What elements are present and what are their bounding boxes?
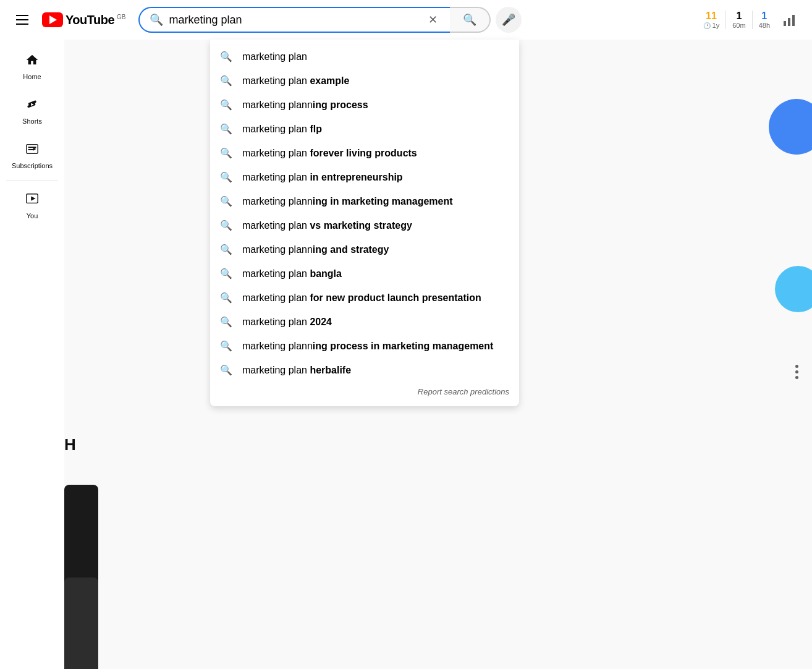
notif-label-1y: 🕐 1y [703, 22, 720, 29]
notif-count-white: 1 [736, 11, 742, 22]
sidebar-item-subscriptions[interactable]: Subscriptions [0, 134, 64, 178]
suggestion-item[interactable]: 🔍marketing planning process in marketing… [210, 334, 519, 358]
suggestion-text: marketing plan bangla [242, 268, 342, 279]
suggestion-search-icon: 🔍 [220, 268, 232, 279]
youtube-logo-icon [42, 12, 63, 27]
suggestion-text: marketing plan vs marketing strategy [242, 220, 412, 231]
suggestions-list: 🔍marketing plan🔍marketing plan example🔍m… [210, 45, 519, 382]
you-icon [25, 192, 39, 208]
suggestion-text: marketing plan example [242, 75, 349, 87]
avatar-partial-top-right [769, 99, 812, 155]
clear-search-button[interactable]: ✕ [426, 11, 440, 29]
suggestion-text: marketing plan flp [242, 124, 322, 135]
avatar-partial-mid-right [775, 266, 812, 312]
section-title: H [64, 435, 76, 454]
suggestion-search-icon: 🔍 [220, 219, 232, 231]
suggestion-text: marketing planning in marketing manageme… [242, 196, 453, 207]
report-search-link[interactable]: Report search predictions [210, 382, 519, 401]
suggestion-search-icon: 🔍 [220, 340, 232, 352]
notif-label-60m: 60m [732, 22, 745, 29]
thumbnail-dark-2 [64, 577, 98, 669]
notif-item-60m[interactable]: 1 60m [727, 8, 750, 32]
suggestion-item[interactable]: 🔍marketing plan 2024 [210, 310, 519, 334]
suggestion-text: marketing plan for new product launch pr… [242, 292, 481, 304]
suggestion-search-icon: 🔍 [220, 316, 232, 328]
suggestion-search-icon: 🔍 [220, 195, 232, 207]
suggestion-item[interactable]: 🔍marketing planning in marketing managem… [210, 189, 519, 213]
sidebar: Home Shorts Subscriptions Yo [0, 40, 64, 669]
svg-rect-0 [784, 21, 786, 26]
notif-divider [725, 11, 726, 29]
subscriptions-icon [25, 142, 39, 158]
suggestion-item[interactable]: 🔍marketing plan forever living products [210, 141, 519, 165]
notification-cluster: 11 🕐 1y 1 60m 1 48h [698, 8, 775, 32]
chart-icon-button[interactable] [777, 7, 802, 32]
suggestion-item[interactable]: 🔍marketing plan bangla [210, 262, 519, 286]
voice-search-button[interactable]: 🎤 [496, 7, 522, 33]
suggestion-item[interactable]: 🔍marketing plan example [210, 69, 519, 93]
notif-count-yellow: 11 [706, 11, 717, 22]
suggestion-search-icon: 🔍 [220, 123, 232, 135]
suggestion-text: marketing plan 2024 [242, 317, 332, 328]
notif-label-48h: 48h [759, 22, 770, 29]
search-submit-icon: 🔍 [463, 13, 476, 27]
suggestion-text: marketing planning process [242, 100, 368, 111]
more-options-button[interactable] [795, 365, 798, 379]
sidebar-item-you[interactable]: You [0, 184, 64, 228]
dot-2 [795, 370, 798, 373]
suggestion-search-icon: 🔍 [220, 147, 232, 159]
search-icon: 🔍 [150, 13, 163, 27]
suggestion-search-icon: 🔍 [220, 171, 232, 183]
notif-divider-2 [752, 11, 753, 29]
suggestion-search-icon: 🔍 [220, 292, 232, 304]
suggestion-search-icon: 🔍 [220, 99, 232, 111]
suggestion-search-icon: 🔍 [220, 51, 232, 62]
svg-rect-5 [28, 149, 34, 150]
search-container: 🔍 ✕ 🔍 🎤 [138, 7, 522, 33]
sidebar-label-you: You [27, 212, 38, 219]
suggestion-item[interactable]: 🔍marketing plan herbalife [210, 358, 519, 382]
mic-icon: 🎤 [502, 13, 515, 27]
suggestion-item[interactable]: 🔍marketing planning and strategy [210, 237, 519, 262]
sidebar-label-subscriptions: Subscriptions [12, 162, 53, 169]
notif-item-1y[interactable]: 11 🕐 1y [698, 8, 725, 32]
logo-country: GB [117, 14, 125, 20]
header: YouTube GB 🔍 ✕ 🔍 🎤 11 🕐 1y 1 60m [0, 0, 812, 40]
logo-text: YouTube [66, 13, 114, 27]
sidebar-item-shorts[interactable]: Shorts [0, 89, 64, 134]
suggestion-text: marketing plan herbalife [242, 365, 351, 376]
search-suggestions: 🔍marketing plan🔍marketing plan example🔍m… [210, 40, 519, 406]
suggestion-item[interactable]: 🔍marketing plan vs marketing strategy [210, 213, 519, 237]
suggestion-text: marketing plan in entrepreneurship [242, 172, 403, 183]
search-submit-button[interactable]: 🔍 [450, 7, 491, 33]
search-input[interactable] [169, 14, 420, 27]
suggestion-search-icon: 🔍 [220, 244, 232, 255]
search-bar: 🔍 ✕ [138, 7, 450, 33]
suggestion-item[interactable]: 🔍marketing plan in entrepreneurship [210, 165, 519, 189]
header-right: 11 🕐 1y 1 60m 1 48h [698, 7, 802, 32]
suggestion-search-icon: 🔍 [220, 75, 232, 87]
chart-icon [782, 12, 797, 27]
shorts-icon [25, 98, 39, 114]
sidebar-label-shorts: Shorts [22, 117, 42, 125]
home-icon [25, 53, 39, 69]
suggestion-item[interactable]: 🔍marketing plan flp [210, 117, 519, 141]
svg-rect-2 [792, 15, 795, 26]
svg-marker-8 [31, 196, 35, 200]
dot-1 [795, 365, 798, 368]
youtube-logo[interactable]: YouTube GB [42, 12, 126, 27]
svg-rect-1 [788, 18, 790, 26]
suggestion-item[interactable]: 🔍marketing planning process [210, 93, 519, 117]
suggestion-text: marketing plan forever living products [242, 148, 417, 159]
suggestion-text: marketing planning process in marketing … [242, 341, 493, 352]
notif-item-48h[interactable]: 1 48h [754, 8, 775, 32]
dot-3 [795, 376, 798, 379]
svg-rect-4 [28, 147, 36, 148]
sidebar-label-home: Home [23, 73, 41, 80]
suggestion-item[interactable]: 🔍marketing plan for new product launch p… [210, 286, 519, 310]
suggestion-item[interactable]: 🔍marketing plan [210, 45, 519, 69]
sidebar-item-home[interactable]: Home [0, 45, 64, 89]
suggestion-text: marketing plan [242, 51, 307, 62]
suggestion-search-icon: 🔍 [220, 364, 232, 376]
menu-button[interactable] [10, 7, 35, 32]
